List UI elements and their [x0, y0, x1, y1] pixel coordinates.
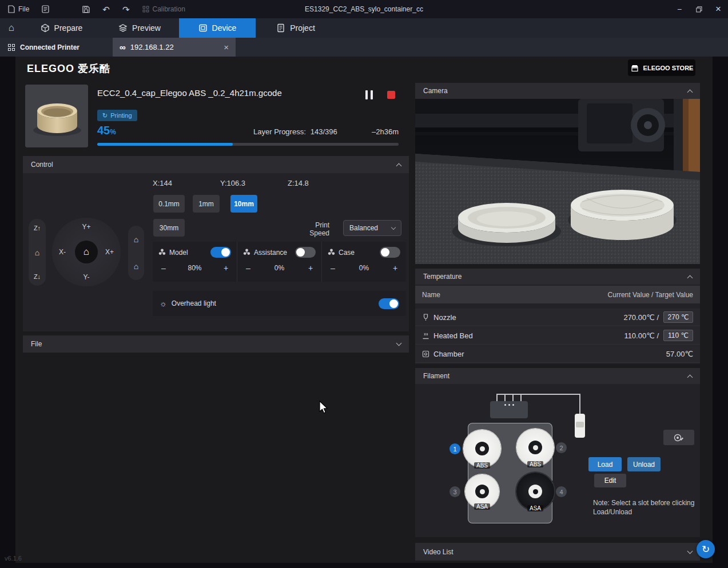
case-fan-value: 0% [338, 264, 390, 272]
filament-slot-2-spool[interactable]: ABS [516, 429, 554, 466]
tab-project-label: Project [290, 23, 315, 33]
assistance-fan-minus-button[interactable]: – [243, 263, 253, 273]
column-value-label: Current Value / Target Value [608, 291, 693, 299]
chevron-down-icon[interactable] [396, 341, 402, 346]
filament-slot-3-spool[interactable]: ASA [465, 474, 499, 509]
overhead-light-toggle[interactable] [379, 298, 399, 309]
heated-bed-target-input[interactable]: 110 ℃ [663, 330, 693, 341]
case-fan-toggle[interactable] [380, 247, 400, 258]
model-fan-toggle[interactable] [210, 247, 231, 258]
model-fan-minus-button[interactable]: – [158, 263, 169, 273]
redo-button[interactable]: ↷ [120, 2, 132, 16]
chevron-up-icon[interactable] [396, 163, 402, 169]
print-speed-select[interactable]: Balanced [343, 220, 401, 236]
save-button[interactable] [80, 2, 92, 16]
model-fan-label: Model [169, 249, 188, 257]
z-up-button[interactable]: Z↑ [34, 225, 41, 231]
case-fan-plus-button[interactable]: + [390, 263, 400, 273]
home-button[interactable]: ⌂ [0, 18, 23, 38]
video-list-title: Video List [423, 548, 453, 556]
camera-panel-header[interactable]: Camera [415, 83, 700, 99]
chevron-up-icon[interactable] [687, 89, 693, 95]
printer-ip-label: 192.168.1.22 [130, 43, 174, 51]
filament-slot-4-spool[interactable]: ASA [516, 473, 554, 510]
control-panel-body: X:144 Y:106.3 Z:14.8 0.1mm 1mm 10mm 30mm… [23, 173, 409, 331]
control-panel-header[interactable]: Control [23, 156, 409, 173]
refresh-button[interactable]: ↻ [697, 540, 715, 558]
tab-prepare[interactable]: Prepare [23, 18, 100, 38]
pause-button[interactable] [363, 90, 375, 101]
nozzle-target-input[interactable]: 270 ℃ [663, 311, 693, 323]
nozzle-label: Nozzle [433, 313, 456, 322]
home-all-button[interactable]: ⌂ [134, 235, 138, 244]
file-panel-header[interactable]: File [23, 335, 409, 353]
xy-home-button[interactable]: ⌂ [75, 241, 98, 263]
video-list-header[interactable]: Video List [415, 543, 700, 561]
heated-bed-temp-row: Heated Bed 110.00℃ / 110 ℃ [415, 327, 700, 345]
z-down-button[interactable]: Z↓ [34, 273, 41, 280]
jog-y-minus-button[interactable]: Y- [83, 273, 90, 281]
slot-1-badge[interactable]: 1 [449, 443, 460, 454]
control-title: Control [31, 161, 53, 169]
printers-grid-icon [8, 44, 15, 51]
tab-device[interactable]: Device [179, 18, 256, 38]
filament-title: Filament [423, 372, 449, 380]
step-0.1mm-button[interactable]: 0.1mm [153, 195, 185, 213]
step-10mm-button[interactable]: 10mm [230, 195, 257, 213]
main-nav: ⌂ Prepare Preview Device Project [0, 18, 728, 38]
stop-button[interactable] [387, 91, 395, 99]
model-fan-plus-button[interactable]: + [221, 263, 231, 273]
jog-x-plus-button[interactable]: X+ [105, 248, 114, 256]
notes-button[interactable] [39, 2, 51, 16]
coordinate-y: Y:106.3 [220, 179, 245, 187]
store-label: ELEGOO STORE [643, 65, 694, 71]
progress-percent: 45% [97, 124, 116, 137]
slot-3-badge[interactable]: 3 [449, 486, 460, 497]
assistance-fan-plus-button[interactable]: + [305, 263, 316, 273]
printer-tab-close-icon[interactable]: × [224, 42, 229, 52]
home-bed-button[interactable]: ⌂ [134, 262, 138, 271]
undo-button[interactable]: ↶ [100, 2, 112, 16]
tab-project[interactable]: Project [256, 18, 336, 38]
temperature-panel-header[interactable]: Temperature [415, 269, 700, 285]
temperature-column-header: Name Current Value / Target Value [415, 286, 700, 303]
print-thumbnail [25, 85, 88, 147]
chamber-label: Chamber [433, 350, 464, 358]
close-button[interactable]: × [709, 0, 728, 18]
calibration-label: Calibration [153, 5, 185, 13]
progress-fill [97, 143, 233, 146]
heated-bed-label: Heated Bed [433, 331, 473, 340]
step-30mm-button[interactable]: 30mm [153, 219, 185, 237]
jog-y-plus-button[interactable]: Y+ [82, 223, 90, 231]
case-fan-label: Case [339, 249, 355, 257]
camera-title: Camera [423, 87, 448, 95]
z-home-button[interactable]: ⌂ [35, 248, 39, 257]
overhead-light-row: ☼ Overhead light [153, 291, 406, 316]
chevron-down-icon[interactable] [687, 548, 693, 554]
file-menu-button[interactable]: File [6, 2, 31, 16]
elegoo-store-button[interactable]: ELEGOO STORE [628, 59, 695, 76]
slot-4-badge[interactable]: 4 [556, 486, 567, 497]
print-speed-label: Print Speed [297, 221, 329, 237]
filament-slot-1-spool[interactable]: ABS [463, 430, 501, 467]
tab-preview[interactable]: Preview [100, 18, 179, 38]
chevron-up-icon[interactable] [687, 374, 693, 380]
maximize-button[interactable] [689, 0, 709, 18]
connected-printer-label: Connected Printer [0, 38, 87, 57]
step-1mm-button[interactable]: 1mm [193, 195, 220, 213]
tab-prepare-label: Prepare [54, 23, 83, 33]
slot-4-material-label: ASA [527, 505, 543, 511]
load-button[interactable]: Load [588, 457, 622, 471]
edit-button[interactable]: Edit [594, 474, 626, 487]
assistance-fan-toggle[interactable] [295, 247, 316, 258]
filament-panel-header[interactable]: Filament [415, 368, 700, 384]
chevron-up-icon[interactable] [687, 275, 693, 281]
unload-button[interactable]: Unload [627, 457, 661, 471]
minimize-button[interactable]: − [670, 0, 689, 18]
slot-2-badge[interactable]: 2 [556, 442, 567, 453]
case-fan-minus-button[interactable]: – [328, 263, 338, 273]
filament-edit-icon-button[interactable] [663, 430, 694, 445]
printer-tab-bar: Connected Printer ∞ 192.168.1.22 × [0, 38, 728, 57]
printer-tab[interactable]: ∞ 192.168.1.22 × [113, 38, 236, 57]
jog-x-minus-button[interactable]: X- [59, 248, 66, 256]
